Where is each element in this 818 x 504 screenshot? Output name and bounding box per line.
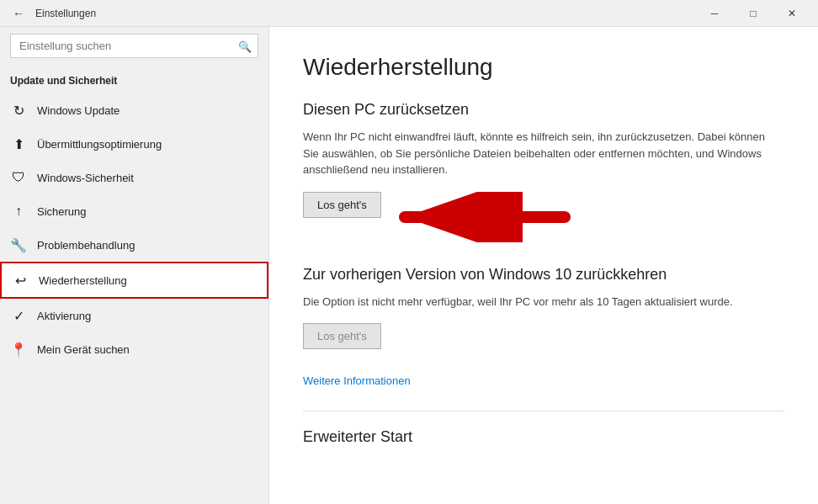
red-arrow-annotation [388,192,573,242]
content-area: Wiederherstellung Diesen PC zurücksetzen… [269,27,818,504]
maximize-button[interactable]: □ [734,0,773,27]
sidebar-item-label-sicherung: Sicherung [37,205,87,218]
sidebar-item-windows-sicherheit[interactable]: 🛡Windows-Sicherheit [0,161,268,194]
sidebar-item-problembehandlung[interactable]: 🔧Problembehandlung [0,228,268,262]
uebermittlungsoptimierung-icon: ⬆ [10,135,27,152]
sidebar-item-label-windows-sicherheit: Windows-Sicherheit [37,172,134,184]
section-divider [303,411,784,411]
section2-description: Die Option ist nicht mehr verfügbar, wei… [303,294,774,310]
section-previous-version: Zur vorherigen Version von Windows 10 zu… [303,266,784,405]
section1-button-container: Los geht's [303,192,784,242]
sidebar-section-title: Update und Sicherheit [0,72,268,93]
page-title: Wiederherstellung [303,54,784,81]
sicherung-icon: ↑ [10,203,27,220]
mein-geraet-suchen-icon: 📍 [10,341,27,358]
wiederherstellung-icon: ↩ [12,272,29,289]
main-layout: 🔍 Update und Sicherheit ↻Windows Update⬆… [0,27,818,504]
close-button[interactable]: ✕ [773,0,811,27]
section-advanced-start: Erweiterter Start [303,428,784,446]
sidebar-item-wiederherstellung[interactable]: ↩Wiederherstellung [0,262,268,299]
sidebar-item-aktivierung[interactable]: ✓Aktivierung [0,299,268,332]
section1-title: Diesen PC zurücksetzen [303,101,784,119]
back-button[interactable]: ← [7,2,30,25]
sidebar-item-label-problembehandlung: Problembehandlung [37,239,135,252]
sidebar: 🔍 Update und Sicherheit ↻Windows Update⬆… [0,27,269,504]
sidebar-item-label-aktivierung: Aktivierung [37,310,91,322]
section1-description: Wenn Ihr PC nicht einwandfrei läuft, kön… [303,129,774,178]
window-controls: ─ □ ✕ [695,0,811,27]
problembehandlung-icon: 🔧 [10,236,27,253]
sidebar-item-sicherung[interactable]: ↑Sicherung [0,194,268,228]
sidebar-item-label-mein-geraet-suchen: Mein Gerät suchen [37,343,130,356]
section2-title: Zur vorherigen Version von Windows 10 zu… [303,266,784,284]
sidebar-item-label-windows-update: Windows Update [37,104,120,117]
windows-sicherheit-icon: 🛡 [10,169,27,186]
weitere-informationen-link[interactable]: Weitere Informationen [303,374,411,387]
search-container: 🔍 [10,34,258,58]
minimize-button[interactable]: ─ [695,0,734,27]
sidebar-item-uebermittlungsoptimierung[interactable]: ⬆Übermittlungsoptimierung [0,127,268,161]
section3-title: Erweiterter Start [303,428,784,446]
sidebar-item-label-uebermittlungsoptimierung: Übermittlungsoptimierung [37,138,162,151]
windows-update-icon: ↻ [10,102,27,119]
section-reset-pc: Diesen PC zurücksetzen Wenn Ihr PC nicht… [303,101,784,242]
section1-losgehts-button[interactable]: Los geht's [303,192,381,218]
sidebar-item-mein-geraet-suchen[interactable]: 📍Mein Gerät suchen [0,332,268,366]
sidebar-item-windows-update[interactable]: ↻Windows Update [0,93,268,127]
search-icon: 🔍 [238,40,252,52]
aktivierung-icon: ✓ [10,307,27,324]
sidebar-item-label-wiederherstellung: Wiederherstellung [39,274,127,287]
titlebar-title: Einstellungen [35,8,96,19]
section2-losgehts-button: Los geht's [303,323,381,349]
search-input[interactable] [10,34,258,58]
titlebar: ← Einstellungen ─ □ ✕ [0,0,818,27]
sidebar-items-container: ↻Windows Update⬆Übermittlungsoptimierung… [0,93,268,366]
